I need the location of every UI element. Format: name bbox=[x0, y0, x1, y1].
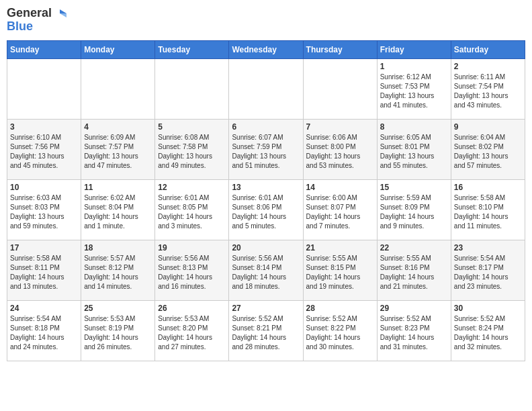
calendar-week-1: 1Sunrise: 6:12 AM Sunset: 7:53 PM Daylig… bbox=[7, 58, 525, 119]
calendar-cell: 4Sunrise: 6:09 AM Sunset: 7:57 PM Daylig… bbox=[81, 119, 155, 179]
weekday-header-friday: Friday bbox=[377, 40, 451, 58]
calendar-cell bbox=[303, 58, 377, 119]
weekday-header-monday: Monday bbox=[81, 40, 155, 58]
day-info: Sunrise: 5:53 AM Sunset: 8:20 PM Dayligh… bbox=[158, 314, 226, 352]
logo-general: General bbox=[7, 7, 52, 20]
calendar-header: SundayMondayTuesdayWednesdayThursdayFrid… bbox=[7, 40, 525, 58]
day-number: 17 bbox=[10, 243, 78, 253]
calendar-cell: 1Sunrise: 6:12 AM Sunset: 7:53 PM Daylig… bbox=[377, 58, 451, 119]
day-number: 27 bbox=[232, 304, 300, 313]
day-number: 5 bbox=[158, 122, 226, 132]
weekday-header-row: SundayMondayTuesdayWednesdayThursdayFrid… bbox=[7, 40, 525, 58]
calendar-cell: 23Sunrise: 5:54 AM Sunset: 8:17 PM Dayli… bbox=[451, 240, 525, 300]
calendar-cell bbox=[81, 58, 155, 119]
day-number: 12 bbox=[158, 183, 226, 192]
day-number: 2 bbox=[454, 62, 522, 71]
calendar-cell: 24Sunrise: 5:54 AM Sunset: 8:18 PM Dayli… bbox=[7, 300, 81, 361]
day-number: 24 bbox=[10, 304, 78, 313]
calendar-cell: 10Sunrise: 6:03 AM Sunset: 8:03 PM Dayli… bbox=[7, 179, 81, 240]
day-info: Sunrise: 5:54 AM Sunset: 8:17 PM Dayligh… bbox=[454, 254, 522, 291]
calendar-week-4: 17Sunrise: 5:58 AM Sunset: 8:11 PM Dayli… bbox=[7, 240, 525, 300]
day-number: 19 bbox=[158, 243, 226, 253]
day-info: Sunrise: 5:55 AM Sunset: 8:16 PM Dayligh… bbox=[380, 254, 448, 291]
logo-blue: Blue bbox=[7, 20, 66, 34]
day-info: Sunrise: 5:58 AM Sunset: 8:10 PM Dayligh… bbox=[454, 193, 522, 231]
day-info: Sunrise: 6:01 AM Sunset: 8:06 PM Dayligh… bbox=[232, 193, 300, 231]
day-info: Sunrise: 5:52 AM Sunset: 8:22 PM Dayligh… bbox=[306, 314, 374, 352]
weekday-header-thursday: Thursday bbox=[303, 40, 377, 58]
calendar-cell: 27Sunrise: 5:52 AM Sunset: 8:21 PM Dayli… bbox=[229, 300, 303, 361]
day-number: 26 bbox=[158, 304, 226, 313]
day-info: Sunrise: 6:00 AM Sunset: 8:07 PM Dayligh… bbox=[306, 193, 374, 231]
day-info: Sunrise: 6:01 AM Sunset: 8:05 PM Dayligh… bbox=[158, 193, 226, 231]
day-info: Sunrise: 5:56 AM Sunset: 8:13 PM Dayligh… bbox=[158, 254, 226, 291]
day-info: Sunrise: 6:02 AM Sunset: 8:04 PM Dayligh… bbox=[84, 193, 152, 231]
calendar-body: 1Sunrise: 6:12 AM Sunset: 7:53 PM Daylig… bbox=[7, 58, 525, 361]
day-info: Sunrise: 5:54 AM Sunset: 8:18 PM Dayligh… bbox=[10, 314, 78, 352]
calendar-cell: 18Sunrise: 5:57 AM Sunset: 8:12 PM Dayli… bbox=[81, 240, 155, 300]
calendar-cell: 2Sunrise: 6:11 AM Sunset: 7:54 PM Daylig… bbox=[451, 58, 525, 119]
day-info: Sunrise: 6:05 AM Sunset: 8:01 PM Dayligh… bbox=[380, 133, 448, 171]
calendar-cell: 12Sunrise: 6:01 AM Sunset: 8:05 PM Dayli… bbox=[155, 179, 229, 240]
day-info: Sunrise: 6:09 AM Sunset: 7:57 PM Dayligh… bbox=[84, 133, 152, 171]
calendar-cell: 21Sunrise: 5:55 AM Sunset: 8:15 PM Dayli… bbox=[303, 240, 377, 300]
day-number: 7 bbox=[306, 122, 374, 132]
day-info: Sunrise: 6:03 AM Sunset: 8:03 PM Dayligh… bbox=[10, 193, 78, 231]
calendar-cell: 3Sunrise: 6:10 AM Sunset: 7:56 PM Daylig… bbox=[7, 119, 81, 179]
calendar-week-3: 10Sunrise: 6:03 AM Sunset: 8:03 PM Dayli… bbox=[7, 179, 525, 240]
weekday-header-wednesday: Wednesday bbox=[229, 40, 303, 58]
day-number: 21 bbox=[306, 243, 374, 253]
svg-marker-1 bbox=[60, 13, 66, 17]
day-number: 30 bbox=[454, 304, 522, 313]
day-number: 13 bbox=[232, 183, 300, 192]
calendar-cell: 30Sunrise: 5:52 AM Sunset: 8:24 PM Dayli… bbox=[451, 300, 525, 361]
day-number: 28 bbox=[306, 304, 374, 313]
day-info: Sunrise: 5:52 AM Sunset: 8:23 PM Dayligh… bbox=[380, 314, 448, 352]
day-info: Sunrise: 5:53 AM Sunset: 8:19 PM Dayligh… bbox=[84, 314, 152, 352]
day-info: Sunrise: 5:52 AM Sunset: 8:24 PM Dayligh… bbox=[454, 314, 522, 352]
calendar-cell: 22Sunrise: 5:55 AM Sunset: 8:16 PM Dayli… bbox=[377, 240, 451, 300]
calendar-week-2: 3Sunrise: 6:10 AM Sunset: 7:56 PM Daylig… bbox=[7, 119, 525, 179]
day-number: 10 bbox=[10, 183, 78, 192]
calendar-cell: 6Sunrise: 6:07 AM Sunset: 7:59 PM Daylig… bbox=[229, 119, 303, 179]
day-number: 1 bbox=[380, 62, 448, 71]
day-info: Sunrise: 6:07 AM Sunset: 7:59 PM Dayligh… bbox=[232, 133, 300, 171]
day-number: 11 bbox=[84, 183, 152, 192]
page-header: General Blue bbox=[7, 7, 525, 34]
svg-marker-0 bbox=[60, 9, 66, 13]
day-number: 16 bbox=[454, 183, 522, 192]
weekday-header-saturday: Saturday bbox=[451, 40, 525, 58]
day-info: Sunrise: 6:08 AM Sunset: 7:58 PM Dayligh… bbox=[158, 133, 226, 171]
day-info: Sunrise: 6:04 AM Sunset: 8:02 PM Dayligh… bbox=[454, 133, 522, 171]
day-info: Sunrise: 5:52 AM Sunset: 8:21 PM Dayligh… bbox=[232, 314, 300, 352]
day-info: Sunrise: 5:56 AM Sunset: 8:14 PM Dayligh… bbox=[232, 254, 300, 291]
calendar-cell: 14Sunrise: 6:00 AM Sunset: 8:07 PM Dayli… bbox=[303, 179, 377, 240]
day-number: 4 bbox=[84, 122, 152, 132]
day-info: Sunrise: 5:58 AM Sunset: 8:11 PM Dayligh… bbox=[10, 254, 78, 291]
logo-bird-icon bbox=[53, 7, 66, 20]
calendar-week-5: 24Sunrise: 5:54 AM Sunset: 8:18 PM Dayli… bbox=[7, 300, 525, 361]
day-number: 18 bbox=[84, 243, 152, 253]
calendar-table: SundayMondayTuesdayWednesdayThursdayFrid… bbox=[7, 40, 525, 361]
calendar-cell: 15Sunrise: 5:59 AM Sunset: 8:09 PM Dayli… bbox=[377, 179, 451, 240]
day-number: 14 bbox=[306, 183, 374, 192]
calendar-cell: 8Sunrise: 6:05 AM Sunset: 8:01 PM Daylig… bbox=[377, 119, 451, 179]
day-number: 22 bbox=[380, 243, 448, 253]
calendar-cell: 25Sunrise: 5:53 AM Sunset: 8:19 PM Dayli… bbox=[81, 300, 155, 361]
calendar-cell: 20Sunrise: 5:56 AM Sunset: 8:14 PM Dayli… bbox=[229, 240, 303, 300]
calendar-cell bbox=[7, 58, 81, 119]
logo: General Blue bbox=[7, 7, 66, 34]
calendar-cell: 13Sunrise: 6:01 AM Sunset: 8:06 PM Dayli… bbox=[229, 179, 303, 240]
calendar-cell bbox=[155, 58, 229, 119]
calendar-cell: 28Sunrise: 5:52 AM Sunset: 8:22 PM Dayli… bbox=[303, 300, 377, 361]
calendar-cell: 17Sunrise: 5:58 AM Sunset: 8:11 PM Dayli… bbox=[7, 240, 81, 300]
day-number: 25 bbox=[84, 304, 152, 313]
weekday-header-tuesday: Tuesday bbox=[155, 40, 229, 58]
calendar-cell: 11Sunrise: 6:02 AM Sunset: 8:04 PM Dayli… bbox=[81, 179, 155, 240]
day-info: Sunrise: 6:12 AM Sunset: 7:53 PM Dayligh… bbox=[380, 73, 448, 110]
calendar-cell: 9Sunrise: 6:04 AM Sunset: 8:02 PM Daylig… bbox=[451, 119, 525, 179]
day-number: 29 bbox=[380, 304, 448, 313]
day-number: 20 bbox=[232, 243, 300, 253]
calendar-cell bbox=[229, 58, 303, 119]
day-info: Sunrise: 6:11 AM Sunset: 7:54 PM Dayligh… bbox=[454, 73, 522, 110]
